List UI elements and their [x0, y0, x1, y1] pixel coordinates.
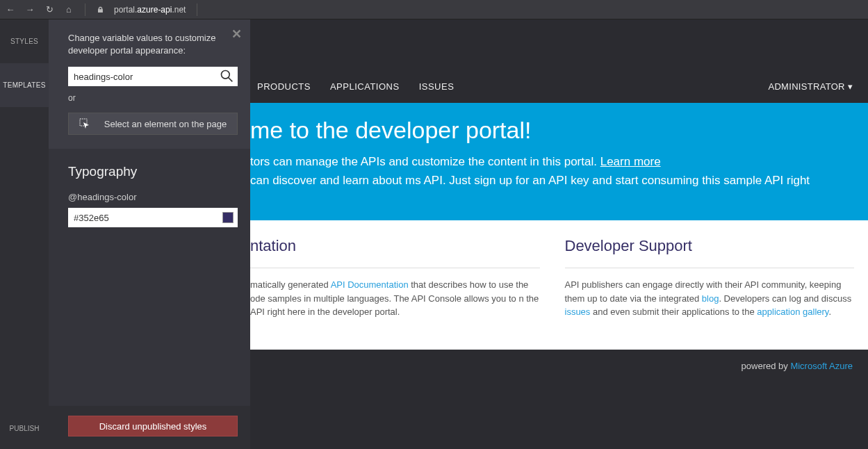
separator	[197, 3, 197, 16]
card-doc-body: matically generated API Documentation th…	[250, 278, 540, 319]
styles-panel: ✕ Change variable values to customize de…	[49, 19, 250, 449]
variable-name: @headings-color	[68, 192, 238, 202]
or-text: or	[68, 93, 238, 103]
hero-title: me to the developer portal!	[250, 117, 854, 144]
select-element-label: Select an element on the page	[104, 119, 227, 129]
search-icon[interactable]	[220, 69, 234, 83]
card-support: Developer Support API publishers can eng…	[565, 237, 855, 319]
color-input-row	[68, 208, 238, 227]
svg-line-1	[229, 78, 233, 82]
forward-icon[interactable]: →	[25, 5, 35, 15]
color-swatch[interactable]	[222, 212, 234, 223]
url-text: portal.azure-api.net	[114, 5, 186, 15]
close-icon[interactable]: ✕	[231, 26, 242, 42]
issues-link[interactable]: issues	[565, 307, 591, 317]
svg-point-0	[222, 71, 230, 79]
api-documentation-link[interactable]: API Documentation	[331, 279, 409, 290]
learn-more-link[interactable]: Learn more	[600, 155, 661, 168]
card-support-title: Developer Support	[565, 237, 855, 268]
blog-link[interactable]: blog	[702, 293, 719, 304]
chevron-down-icon: ▾	[848, 81, 853, 92]
pointer-icon	[79, 118, 90, 129]
hero-banner: me to the developer portal! tors can man…	[250, 103, 868, 220]
main-content: PRODUCTS APPLICATIONS ISSUES ADMINISTRAT…	[250, 19, 868, 449]
footer: powered by Microsoft Azure	[250, 350, 868, 371]
hero-line2: can discover and learn about ms API. Jus…	[250, 171, 854, 190]
select-element-button[interactable]: Select an element on the page	[68, 113, 238, 135]
panel-intro: Change variable values to customize deve…	[68, 32, 238, 57]
section-typography: Typography	[68, 164, 238, 179]
discard-button[interactable]: Discard unpublished styles	[68, 416, 238, 436]
refresh-icon[interactable]: ↻	[44, 5, 54, 15]
nav-applications[interactable]: APPLICATIONS	[330, 81, 400, 92]
nav-products[interactable]: PRODUCTS	[257, 81, 311, 92]
rail-templates[interactable]: TEMPLATES	[0, 63, 49, 107]
application-gallery-link[interactable]: application gallery	[757, 307, 828, 317]
left-rail: STYLES TEMPLATES PUBLISH	[0, 19, 49, 449]
microsoft-azure-link[interactable]: Microsoft Azure	[790, 361, 853, 371]
separator	[85, 3, 85, 16]
card-doc-title: ntation	[250, 237, 540, 268]
cards-row: ntation matically generated API Document…	[250, 220, 868, 350]
home-icon[interactable]: ⌂	[64, 5, 74, 15]
color-value-input[interactable]	[68, 208, 222, 227]
back-icon[interactable]: ←	[6, 5, 15, 15]
card-support-body: API publishers can engage directly with …	[565, 278, 855, 319]
rail-styles[interactable]: STYLES	[0, 19, 49, 63]
card-documentation: ntation matically generated API Document…	[250, 237, 540, 319]
search-input[interactable]	[68, 67, 238, 86]
browser-bar: ← → ↻ ⌂ 🔒︎ portal.azure-api.net	[0, 0, 868, 19]
top-nav: PRODUCTS APPLICATIONS ISSUES ADMINISTRAT…	[250, 19, 868, 103]
admin-dropdown[interactable]: ADMINISTRATOR ▾	[768, 81, 853, 92]
lock-icon: 🔒︎	[97, 6, 104, 14]
hero-line1: tors can manage the APIs and customize t…	[250, 152, 854, 171]
rail-publish[interactable]: PUBLISH	[0, 408, 49, 449]
nav-issues[interactable]: ISSUES	[419, 81, 455, 92]
